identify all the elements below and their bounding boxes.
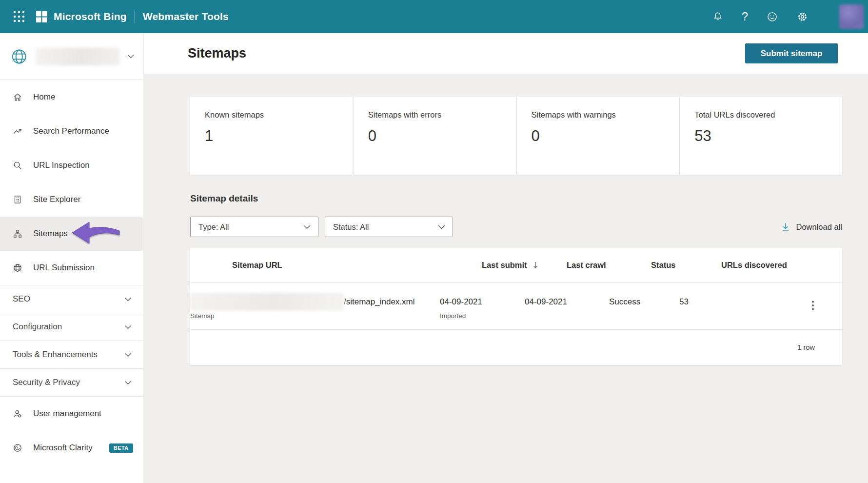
download-icon: [781, 222, 790, 232]
table-header-row: Sitemap URL Last submit Last crawl Statu…: [190, 248, 842, 283]
settings-button[interactable]: [796, 11, 809, 23]
sidebar-item-microsoft-clarity[interactable]: Microsoft Clarity BETA: [0, 431, 143, 465]
product-name: Webmaster Tools: [143, 11, 229, 22]
bell-icon: [712, 11, 724, 22]
sidebar-item-label: User management: [33, 409, 101, 419]
help-button[interactable]: ?: [742, 11, 748, 22]
column-header-label: Last crawl: [567, 261, 606, 270]
globe-icon: [13, 263, 22, 273]
sidebar-section-label: Configuration: [13, 322, 62, 332]
column-header-last-crawl[interactable]: Last crawl: [567, 261, 651, 270]
column-header-sitemap-url[interactable]: Sitemap URL: [232, 261, 482, 270]
site-selector[interactable]: [0, 33, 143, 80]
sidebar-item-label: Home: [33, 92, 55, 102]
topbar: Microsoft Bing Webmaster Tools ?: [0, 0, 868, 33]
question-mark-icon: ?: [742, 11, 748, 22]
table-footer: 1 row: [190, 330, 842, 365]
sidebar-section-label: Security & Privacy: [13, 378, 80, 387]
chevron-down-icon: [124, 297, 132, 302]
column-header-label: Status: [651, 261, 675, 270]
microsoft-logo-icon: [36, 11, 47, 22]
sidebar-item-sitemaps[interactable]: Sitemaps: [0, 217, 143, 251]
sidebar-item-site-explorer[interactable]: Site Explorer: [0, 182, 143, 217]
account-avatar[interactable]: [839, 4, 864, 29]
sidebar-item-label: Sitemaps: [33, 229, 68, 239]
last-crawl-date: 04-09-2021: [525, 293, 609, 311]
type-filter-value: Type: All: [198, 222, 229, 232]
column-header-last-submit[interactable]: Last submit: [482, 261, 567, 270]
sidebar-item-label: URL Inspection: [33, 161, 90, 170]
page-title: Sitemaps: [188, 46, 246, 61]
report-document-icon: [13, 195, 22, 204]
gear-icon: [796, 11, 809, 23]
sidebar-item-user-management[interactable]: User management: [0, 397, 143, 431]
column-header-urls-discovered[interactable]: URLs discovered: [721, 261, 825, 270]
stat-value: 0: [368, 127, 506, 145]
download-all-button[interactable]: Download all: [781, 222, 842, 232]
main-content: Known sitemaps 1 Sitemaps with errors 0 …: [144, 74, 868, 483]
stat-label: Sitemaps with warnings: [532, 110, 670, 120]
sidebar-section-seo[interactable]: SEO: [0, 285, 143, 313]
site-globe-icon: [10, 47, 28, 66]
column-header-label: URLs discovered: [721, 261, 787, 270]
type-filter-dropdown[interactable]: Type: All: [190, 217, 318, 237]
sort-descending-icon: [532, 261, 539, 269]
sitemap-details-heading: Sitemap details: [190, 193, 842, 204]
site-name-redacted: [36, 48, 120, 65]
column-header-label: Sitemap URL: [232, 261, 282, 270]
status-filter-dropdown[interactable]: Status: All: [325, 217, 453, 237]
sitemap-icon: [13, 229, 22, 239]
last-submit-note: Imported: [440, 312, 525, 320]
cell-status: Success: [609, 293, 679, 320]
stat-card-known-sitemaps: Known sitemaps 1: [190, 97, 353, 175]
app-launcher-waffle-icon[interactable]: [8, 5, 30, 28]
chevron-down-icon: [438, 225, 445, 229]
stat-value: 1: [205, 127, 343, 145]
trending-up-icon: [13, 126, 22, 136]
sidebar-item-label: URL Submission: [33, 263, 95, 273]
sitemaps-table: Sitemap URL Last submit Last crawl Statu…: [190, 248, 842, 365]
chevron-down-icon: [124, 381, 132, 385]
chevron-down-icon: [124, 353, 132, 357]
stat-card-sitemaps-with-warnings: Sitemaps with warnings 0: [517, 97, 679, 175]
sidebar-item-label: Site Explorer: [33, 195, 80, 204]
stat-value: 0: [532, 127, 670, 145]
kebab-menu-icon: [811, 300, 814, 311]
user-icon: [13, 409, 22, 419]
stat-card-total-urls-discovered: Total URLs discovered 53: [680, 97, 842, 175]
sidebar-item-url-submission[interactable]: URL Submission: [0, 251, 143, 285]
url-visible-part: /sitemap_index.xml: [344, 293, 415, 311]
status-value: Success: [609, 293, 679, 311]
column-header-status[interactable]: Status: [651, 261, 721, 270]
last-submit-date: 04-09-2021: [440, 293, 525, 311]
row-menu-button[interactable]: [809, 297, 817, 314]
submit-sitemap-button[interactable]: Submit sitemap: [745, 43, 838, 63]
sidebar-item-label: Microsoft Clarity: [33, 443, 93, 453]
page-header: Sitemaps Submit sitemap: [144, 33, 868, 74]
sidebar-item-home[interactable]: Home: [0, 80, 143, 114]
stats-row: Known sitemaps 1 Sitemaps with errors 0 …: [190, 97, 842, 175]
chevron-down-icon: [303, 225, 311, 229]
beta-badge: BETA: [109, 443, 133, 453]
table-row: /sitemap_index.xml Sitemap 04-09-2021 Im…: [190, 283, 842, 330]
chevron-down-icon: [127, 54, 134, 59]
sidebar-item-url-inspection[interactable]: URL Inspection: [0, 148, 143, 182]
stat-label: Sitemaps with errors: [368, 110, 506, 120]
sitemap-type-label: Sitemap: [190, 312, 440, 320]
sidebar-section-tools-enhancements[interactable]: Tools & Enhancements: [0, 341, 143, 368]
stat-label: Total URLs discovered: [694, 110, 832, 120]
stat-value: 53: [694, 127, 832, 145]
notifications-button[interactable]: [712, 11, 724, 22]
sidebar-section-security-privacy[interactable]: Security & Privacy: [0, 368, 143, 396]
sidebar-item-search-performance[interactable]: Search Performance: [0, 114, 143, 148]
sidebar-item-label: Search Performance: [33, 126, 109, 136]
stat-label: Known sitemaps: [205, 110, 343, 120]
chevron-down-icon: [124, 325, 132, 329]
sidebar-section-configuration[interactable]: Configuration: [0, 313, 143, 341]
topbar-actions: ?: [712, 4, 868, 29]
cell-last-crawl: 04-09-2021: [525, 293, 609, 320]
cell-sitemap-url[interactable]: /sitemap_index.xml Sitemap: [190, 293, 440, 320]
feedback-button[interactable]: [766, 11, 778, 23]
column-header-label: Last submit: [482, 261, 527, 270]
search-icon: [13, 161, 22, 170]
